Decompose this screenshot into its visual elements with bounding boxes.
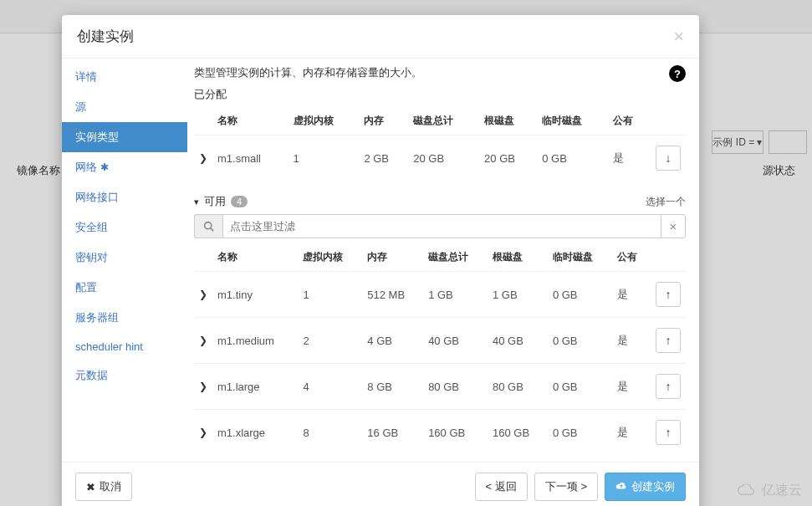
description-row: 类型管理实例的计算、内存和存储容量的大小。 ? — [194, 65, 686, 82]
svg-line-1 — [211, 228, 213, 231]
cell-eph_disk: 0 GB — [548, 410, 612, 456]
sidebar-item[interactable]: 服务器组 — [62, 303, 187, 333]
cell-public: 是 — [612, 364, 651, 410]
available-count-badge: 4 — [231, 196, 248, 207]
column-header: 名称 — [212, 243, 298, 272]
filter-row: × — [194, 214, 686, 238]
cell-public: 是 — [612, 318, 651, 364]
table-row: ❯m1.xlarge816 GB160 GB160 GB0 GB是↑ — [194, 410, 686, 456]
cell-vcpus: 1 — [289, 135, 360, 181]
available-hint: 选择一个 — [646, 195, 686, 209]
table-row: ❯m1.tiny1512 MB1 GB1 GB0 GB是↑ — [194, 272, 686, 318]
cell-vcpus: 1 — [298, 272, 362, 318]
allocate-button[interactable]: ↑ — [656, 282, 681, 307]
help-icon[interactable]: ? — [669, 65, 686, 82]
allocate-button[interactable]: ↑ — [656, 328, 681, 353]
modal-footer: ✖取消 < 返回 下一项 > 创建实例 — [62, 462, 699, 506]
chevron-down-icon: ▾ — [194, 197, 199, 207]
cell-disk_total: 40 GB — [423, 318, 488, 364]
cell-disk_total: 20 GB — [408, 135, 479, 181]
column-header: 临时磁盘 — [548, 243, 612, 272]
cell-ram: 2 GB — [359, 135, 408, 181]
clear-filter-button[interactable]: × — [661, 214, 686, 238]
cell-name: m1.xlarge — [212, 410, 298, 456]
column-header: 虚拟内核 — [289, 107, 360, 135]
available-title-text: 可用 — [204, 194, 226, 209]
column-header: 内存 — [359, 107, 408, 135]
cell-root_disk: 40 GB — [488, 318, 548, 364]
cell-public: 是 — [612, 272, 651, 318]
allocated-section-title: 已分配 — [194, 87, 686, 102]
cell-vcpus: 4 — [298, 364, 362, 410]
cell-root_disk: 1 GB — [488, 272, 548, 318]
cell-ram: 8 GB — [362, 364, 423, 410]
cell-name: m1.tiny — [212, 272, 298, 318]
description-text: 类型管理实例的计算、内存和存储容量的大小。 — [194, 65, 422, 80]
cloud-upload-icon — [615, 481, 627, 493]
allocate-button[interactable]: ↑ — [656, 420, 681, 445]
cell-ram: 4 GB — [362, 318, 423, 364]
filter-input[interactable] — [222, 214, 661, 238]
cell-root_disk: 160 GB — [488, 410, 548, 456]
column-header: 内存 — [362, 243, 423, 272]
cell-vcpus: 2 — [298, 318, 362, 364]
cell-disk_total: 160 GB — [423, 410, 488, 456]
watermark: 亿速云 — [735, 482, 802, 499]
cell-name: m1.small — [212, 135, 289, 181]
sidebar-item[interactable]: 密钥对 — [62, 243, 187, 273]
table-row: ❯m1.large48 GB80 GB80 GB0 GB是↑ — [194, 364, 686, 410]
sidebar-item[interactable]: 实例类型 — [62, 122, 187, 152]
cell-root_disk: 80 GB — [488, 364, 548, 410]
available-section-title[interactable]: ▾ 可用 4 选择一个 — [194, 194, 686, 209]
table-row: ❯m1.medium24 GB40 GB40 GB0 GB是↑ — [194, 318, 686, 364]
back-button[interactable]: < 返回 — [475, 473, 528, 501]
close-icon: ✖ — [86, 481, 95, 493]
cancel-button[interactable]: ✖取消 — [75, 473, 132, 501]
cell-name: m1.large — [212, 364, 298, 410]
main-content: 类型管理实例的计算、内存和存储容量的大小。 ? 已分配 名称虚拟内核内存磁盘总计… — [187, 59, 699, 462]
sidebar-item[interactable]: scheduler hint — [62, 333, 187, 360]
cell-vcpus: 8 — [298, 410, 362, 456]
sidebar-item[interactable]: 元数据 — [62, 360, 187, 391]
cell-public: 是 — [608, 135, 651, 181]
modal-header: 创建实例 × — [62, 15, 699, 58]
expand-row-chevron[interactable]: ❯ — [194, 410, 212, 456]
expand-row-chevron[interactable]: ❯ — [194, 135, 212, 181]
sidebar-item[interactable]: 网络✱ — [62, 152, 187, 182]
column-header: 临时磁盘 — [537, 107, 608, 135]
svg-point-0 — [205, 222, 212, 229]
column-header: 名称 — [212, 107, 289, 135]
column-header: 虚拟内核 — [298, 243, 362, 272]
sidebar-item[interactable]: 源 — [62, 92, 187, 122]
table-row: ❯m1.small12 GB20 GB20 GB0 GB是↓ — [194, 135, 686, 181]
column-header: 公有 — [612, 243, 651, 272]
sidebar-item[interactable]: 网络接口 — [62, 182, 187, 212]
cell-disk_total: 1 GB — [423, 272, 488, 318]
column-header: 根磁盘 — [488, 243, 548, 272]
cell-ram: 16 GB — [362, 410, 423, 456]
sidebar-item[interactable]: 安全组 — [62, 212, 187, 243]
column-header: 磁盘总计 — [408, 107, 479, 135]
expand-row-chevron[interactable]: ❯ — [194, 272, 212, 318]
create-button[interactable]: 创建实例 — [605, 473, 686, 501]
sidebar-item[interactable]: 配置 — [62, 273, 187, 303]
allocate-button[interactable]: ↑ — [656, 374, 681, 399]
required-star-icon: ✱ — [100, 161, 109, 173]
next-button[interactable]: 下一项 > — [534, 473, 598, 501]
cell-name: m1.medium — [212, 318, 298, 364]
deallocate-button[interactable]: ↓ — [656, 146, 681, 171]
column-header: 公有 — [608, 107, 651, 135]
cell-eph_disk: 0 GB — [548, 272, 612, 318]
available-table: 名称虚拟内核内存磁盘总计根磁盘临时磁盘公有 ❯m1.tiny1512 MB1 G… — [194, 243, 686, 455]
column-header: 根磁盘 — [479, 107, 537, 135]
sidebar-item[interactable]: 详情 — [62, 62, 187, 92]
expand-row-chevron[interactable]: ❯ — [194, 318, 212, 364]
search-icon — [194, 214, 222, 238]
create-instance-modal: 创建实例 × 详情源实例类型网络✱网络接口安全组密钥对配置服务器组schedul… — [62, 15, 699, 506]
close-button[interactable]: × — [673, 28, 684, 46]
cell-ram: 512 MB — [362, 272, 423, 318]
modal-body: 详情源实例类型网络✱网络接口安全组密钥对配置服务器组scheduler hint… — [62, 58, 699, 462]
allocated-table: 名称虚拟内核内存磁盘总计根磁盘临时磁盘公有 ❯m1.small12 GB20 G… — [194, 107, 686, 181]
expand-row-chevron[interactable]: ❯ — [194, 364, 212, 410]
cell-disk_total: 80 GB — [423, 364, 488, 410]
